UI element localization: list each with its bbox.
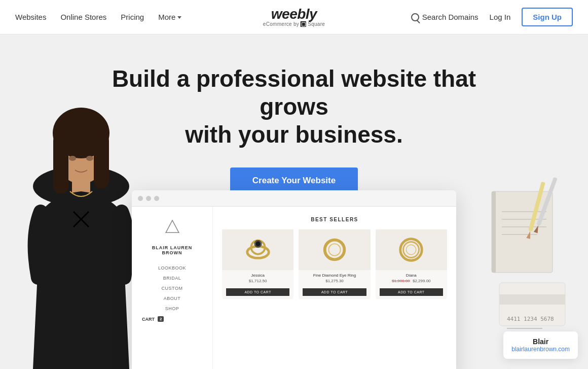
nav-websites[interactable]: Websites: [15, 13, 46, 21]
sidebar-menu-bridal[interactable]: BRIDAL: [142, 276, 202, 281]
browser-bar: [132, 190, 456, 207]
browser-dot-1: [138, 196, 143, 201]
svg-point-18: [403, 242, 419, 258]
add-to-cart-diana[interactable]: ADD TO CART: [380, 288, 443, 296]
browser-mockup: BLAIR LAUREN BROWN LOOKBOOK BRIDAL CUSTO…: [132, 190, 456, 369]
add-to-cart-diamond[interactable]: ADD TO CART: [303, 288, 366, 296]
svg-point-9: [86, 156, 93, 161]
svg-point-14: [255, 242, 261, 247]
product-price-strike-diana: $1,900.00: [392, 279, 410, 283]
product-card-diamond: Fine Diamond Eye Ring $1,275.30 ADD TO C…: [299, 229, 370, 299]
hero-title: Build a professional website that grows …: [86, 65, 502, 149]
blair-card-name: Blair: [511, 338, 570, 346]
product-name-diana: Diana: [380, 273, 443, 278]
logo-text: weebly: [271, 7, 317, 21]
svg-point-8: [69, 156, 76, 161]
products-grid: Jessica $1,712.50 ADD TO CART: [222, 229, 447, 299]
svg-point-16: [328, 244, 340, 255]
product-image-jessica: [222, 229, 293, 270]
create-website-button[interactable]: Create Your Website: [230, 167, 358, 194]
nav-online-stores[interactable]: Online Stores: [60, 13, 106, 21]
nav-more[interactable]: More: [158, 13, 181, 21]
header-right: Search Domains Log In Sign Up: [411, 8, 573, 26]
blair-card-url: blairlaurenbrown.com: [511, 346, 570, 353]
browser-dot-2: [146, 196, 151, 201]
search-domains-link[interactable]: Search Domains: [411, 13, 479, 21]
product-card-jessica: Jessica $1,712.50 ADD TO CART: [222, 229, 293, 299]
square-icon: [301, 21, 306, 27]
product-price-diamond: $1,275.30: [303, 279, 366, 283]
product-info-diana: Diana $1,900.00 $2,299.00 ADD TO CART: [376, 270, 447, 299]
logo-subtitle: eCommerce by Square: [263, 21, 325, 27]
product-info-jessica: Jessica $1,712.50 ADD TO CART: [222, 270, 293, 299]
login-link[interactable]: Log In: [490, 13, 511, 21]
svg-point-15: [325, 240, 345, 260]
sidebar-brand-name: BLAIR LAUREN BROWN: [142, 245, 202, 255]
svg-text:4411 1234 5678: 4411 1234 5678: [507, 316, 554, 322]
add-to-cart-jessica[interactable]: ADD TO CART: [226, 288, 289, 296]
search-icon: [411, 13, 419, 21]
cart-badge: 2: [158, 316, 164, 322]
hero-section: Build a professional website that grows …: [0, 35, 588, 369]
signup-button[interactable]: Sign Up: [522, 8, 573, 26]
website-main-content: BEST SELLERS: [213, 207, 456, 369]
svg-rect-3: [53, 133, 68, 194]
sidebar-menu-custom[interactable]: CUSTOM: [142, 286, 202, 291]
product-image-diana: [376, 229, 447, 270]
blair-card: Blair blairlaurenbrown.com: [503, 331, 578, 359]
product-name-diamond: Fine Diamond Eye Ring: [303, 273, 366, 278]
svg-rect-31: [499, 294, 565, 305]
svg-rect-20: [492, 191, 553, 273]
product-info-diamond: Fine Diamond Eye Ring $1,275.30 ADD TO C…: [299, 270, 370, 299]
sidebar-menu-about[interactable]: ABOUT: [142, 296, 202, 301]
website-sidebar: BLAIR LAUREN BROWN LOOKBOOK BRIDAL CUSTO…: [132, 207, 213, 369]
logo[interactable]: weebly eCommerce by Square: [263, 7, 325, 27]
svg-rect-21: [492, 191, 496, 273]
hero-person-image: [15, 85, 147, 369]
chevron-down-icon: [177, 16, 181, 19]
main-nav: Websites Online Stores Pricing More: [15, 13, 181, 21]
sidebar-cart[interactable]: CART 2: [142, 316, 202, 322]
svg-marker-10: [166, 220, 179, 232]
product-image-diamond: [299, 229, 370, 270]
product-name-jessica: Jessica: [226, 273, 289, 278]
browser-dot-3: [154, 196, 159, 201]
sidebar-logo: [142, 219, 202, 237]
header: Websites Online Stores Pricing More weeb…: [0, 0, 588, 35]
product-price-diana: $1,900.00 $2,299.00: [380, 279, 443, 283]
browser-content: BLAIR LAUREN BROWN LOOKBOOK BRIDAL CUSTO…: [132, 207, 456, 369]
sidebar-menu-shop[interactable]: SHOP: [142, 306, 202, 311]
svg-point-19: [407, 245, 416, 254]
nav-pricing[interactable]: Pricing: [121, 13, 144, 21]
product-card-diana: Diana $1,900.00 $2,299.00 ADD TO CART: [376, 229, 447, 299]
sidebar-menu-lookbook[interactable]: LOOKBOOK: [142, 265, 202, 271]
product-price-jessica: $1,712.50: [226, 279, 289, 283]
best-sellers-heading: BEST SELLERS: [222, 217, 447, 222]
svg-rect-4: [94, 133, 109, 189]
